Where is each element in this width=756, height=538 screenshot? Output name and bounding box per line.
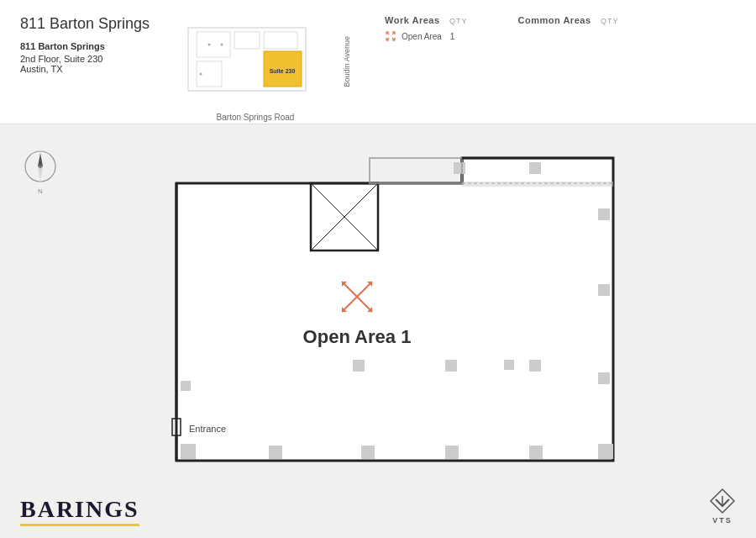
svg-rect-34 xyxy=(529,360,541,372)
svg-point-9 xyxy=(200,73,202,76)
open-area-qty: 1 xyxy=(450,32,455,41)
svg-rect-22 xyxy=(269,446,282,459)
svg-rect-25 xyxy=(529,446,543,459)
work-areas-heading: Work Areas QTY xyxy=(385,15,468,25)
barings-logo: BARINGS xyxy=(20,496,139,523)
svg-text:Suite 230: Suite 230 xyxy=(270,68,296,74)
svg-point-17 xyxy=(39,165,42,168)
svg-point-8 xyxy=(221,44,223,46)
vts-logo: VTS xyxy=(709,488,736,525)
open-area-name: Open Area xyxy=(402,32,442,41)
header-section: 811 Barton Springs 811 Barton Springs 2n… xyxy=(0,0,756,124)
svg-text:Open Area 1: Open Area 1 xyxy=(303,326,412,347)
svg-marker-16 xyxy=(38,153,43,166)
work-areas-column: Work Areas QTY xyxy=(385,15,468,42)
svg-rect-3 xyxy=(264,32,297,49)
svg-rect-29 xyxy=(598,208,610,220)
barings-text: BARINGS xyxy=(20,496,139,526)
building-city: Austin, TX xyxy=(20,64,155,74)
open-area-row: Open Area 1 xyxy=(385,30,468,42)
svg-rect-35 xyxy=(462,182,613,187)
floor-plan-svg: Entrance Open Area 1 xyxy=(50,133,706,511)
svg-rect-31 xyxy=(454,162,465,174)
svg-rect-43 xyxy=(370,158,462,183)
svg-marker-18 xyxy=(176,158,613,461)
mini-map: Suite 230 Barton Springs Road xyxy=(171,15,339,108)
open-area-icon xyxy=(385,30,396,42)
svg-rect-33 xyxy=(445,360,457,372)
svg-rect-26 xyxy=(598,444,613,459)
svg-rect-55 xyxy=(504,360,514,370)
vts-text: VTS xyxy=(712,516,732,525)
building-name: 811 Barton Springs xyxy=(20,15,155,33)
common-areas-heading: Common Areas QTY xyxy=(518,15,619,25)
svg-rect-32 xyxy=(353,360,365,372)
svg-point-7 xyxy=(208,44,211,46)
svg-rect-1 xyxy=(197,32,230,57)
svg-rect-27 xyxy=(598,372,610,384)
svg-rect-30 xyxy=(529,162,541,174)
building-address-bold: 811 Barton Springs xyxy=(20,40,155,54)
building-address-line2: 2nd Floor, Suite 230 xyxy=(20,54,155,64)
floorplan-area: N xyxy=(0,124,756,538)
svg-rect-24 xyxy=(445,446,459,459)
svg-rect-28 xyxy=(598,284,610,296)
avenue-label: Boudin Avenue xyxy=(343,36,351,87)
mini-map-svg: Suite 230 xyxy=(171,15,339,108)
svg-rect-21 xyxy=(181,381,191,391)
building-info: 811 Barton Springs 811 Barton Springs 2n… xyxy=(20,15,155,74)
common-areas-column: Common Areas QTY xyxy=(518,15,619,42)
vts-diamond-icon xyxy=(709,488,736,514)
svg-text:Entrance: Entrance xyxy=(189,424,226,434)
svg-rect-2 xyxy=(234,32,260,49)
street-label: Barton Springs Road xyxy=(171,113,339,122)
areas-panel: Work Areas QTY xyxy=(385,15,619,42)
svg-rect-20 xyxy=(181,444,196,459)
svg-rect-23 xyxy=(361,446,375,459)
